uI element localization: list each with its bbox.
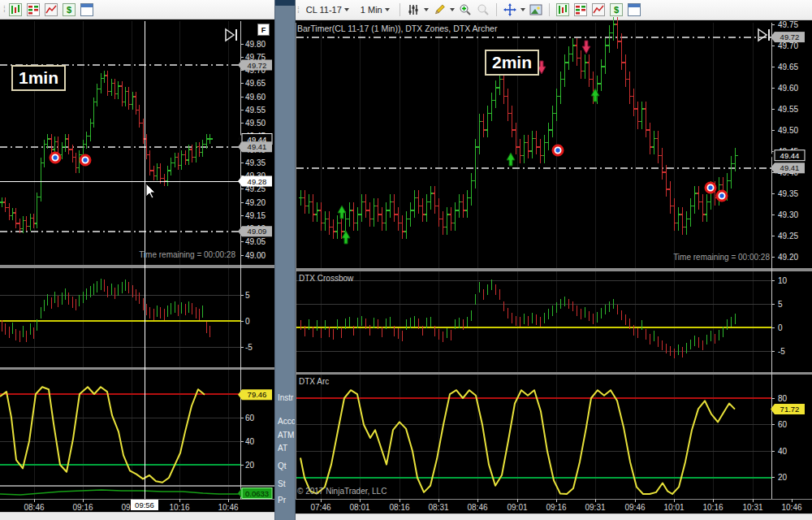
chart-trader-field-label: Pr xyxy=(278,496,286,505)
interval-selector[interactable]: 1 Min xyxy=(356,2,394,17)
instrument-label: CL 11-17 xyxy=(306,5,342,15)
chart-trader-field-label: Instr xyxy=(278,393,293,402)
interval-label: 1 Min xyxy=(361,5,382,15)
chart-trader-icon[interactable] xyxy=(555,2,570,17)
toolbar-separator xyxy=(549,3,550,16)
svg-text:$: $ xyxy=(614,5,619,15)
svg-text:$: $ xyxy=(67,5,71,15)
divider-cap xyxy=(275,0,295,6)
left-price-panel[interactable] xyxy=(0,21,240,265)
window-icon[interactable] xyxy=(627,2,641,17)
right-window-bottom-strip xyxy=(294,514,812,520)
right-crossbow-panel[interactable] xyxy=(296,271,771,372)
window-divider[interactable]: InstrAccoATMATQtStPr xyxy=(274,0,296,520)
chart-trader-field-label: ATM xyxy=(278,431,294,440)
timeframe-annotation-2min: 2min xyxy=(485,50,539,76)
chart-trader-field-label: Qt xyxy=(278,462,287,470)
zoom-out-icon[interactable] xyxy=(476,2,490,17)
window-icon[interactable] xyxy=(80,2,94,17)
go-to-end-button[interactable] xyxy=(222,27,240,42)
right-window-toolbar: ⁞ CL 11-17 1 Min $ xyxy=(294,0,812,20)
dollar-icon[interactable]: $ xyxy=(62,2,76,17)
market-analyzer-icon[interactable] xyxy=(26,2,41,17)
pencil-icon[interactable] xyxy=(432,2,447,17)
dollar-icon[interactable]: $ xyxy=(609,2,624,17)
report-icon[interactable] xyxy=(591,2,606,17)
chart-trader-icon[interactable] xyxy=(8,2,23,17)
report-icon[interactable] xyxy=(44,2,58,17)
toolbar-grip-icon: ⁞ xyxy=(297,6,299,15)
chart-trader-field-label: St xyxy=(278,479,285,488)
sliders-icon[interactable] xyxy=(406,2,421,17)
left-window-bottom-strip xyxy=(0,512,274,520)
fixed-scale-button[interactable]: F xyxy=(257,24,270,36)
caret-down-icon[interactable] xyxy=(424,8,429,11)
snapshot-icon[interactable] xyxy=(529,2,543,17)
timeframe-annotation-1min: 1min xyxy=(11,65,66,91)
left-arc-panel[interactable] xyxy=(0,370,240,486)
ninjatrader-desktop: 50-58060402049.8049.7549.7049.6549.6049.… xyxy=(0,0,812,520)
market-analyzer-icon[interactable] xyxy=(573,2,588,17)
toolbar-separator xyxy=(496,3,497,16)
caret-down-icon xyxy=(344,8,349,11)
instrument-selector[interactable]: CL 11-17 xyxy=(302,2,353,17)
caret-down-icon[interactable] xyxy=(520,8,525,11)
zoom-in-icon[interactable] xyxy=(458,2,473,17)
crosshair-icon[interactable] xyxy=(503,2,517,17)
caret-down-icon xyxy=(385,8,390,11)
chart-trader-field-label: Acco xyxy=(278,417,296,426)
toolbar-separator xyxy=(400,3,400,16)
right-arc-panel[interactable] xyxy=(296,372,771,499)
left-crossbow-panel[interactable] xyxy=(0,268,240,367)
caret-down-icon[interactable] xyxy=(450,8,455,11)
chart-trader-field-label: AT xyxy=(278,444,287,453)
toolbar-grip-icon: ⁞ xyxy=(3,5,5,14)
left-window-toolbar: ⁞ $ xyxy=(0,0,274,20)
go-to-end-button[interactable] xyxy=(755,27,773,42)
